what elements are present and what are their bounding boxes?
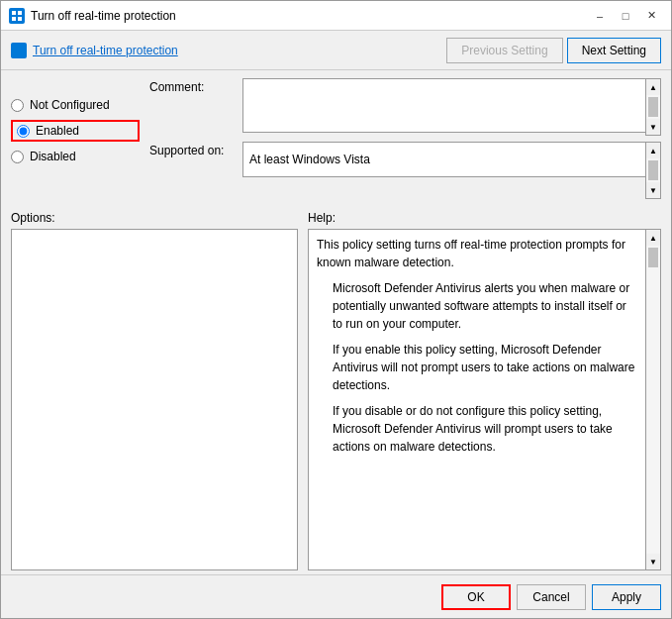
- svg-rect-3: [18, 17, 22, 21]
- help-box-wrapper: This policy setting turns off real-time …: [308, 229, 661, 570]
- supported-row: Supported on: At least Windows Vista ▲ ▼: [149, 142, 661, 199]
- supported-field-wrapper: At least Windows Vista ▲ ▼: [242, 142, 661, 199]
- supported-label: Supported on:: [149, 142, 239, 157]
- main-window: Turn off real-time protection – □ ✕ Turn…: [0, 0, 672, 619]
- radio-disabled-input[interactable]: [11, 151, 24, 163]
- help-p1: This policy setting turns off real-time …: [317, 236, 637, 271]
- svg-rect-1: [18, 11, 22, 15]
- svg-rect-2: [12, 17, 16, 21]
- radio-disabled-label: Disabled: [30, 150, 76, 163]
- supported-scroll-down[interactable]: ▼: [646, 182, 660, 198]
- title-bar-left: Turn off real-time protection: [9, 8, 176, 24]
- radio-enabled-container[interactable]: Enabled: [11, 120, 140, 142]
- content-area: Not Configured Enabled Disabled Comment:: [1, 70, 671, 574]
- supported-scroll-up[interactable]: ▲: [646, 143, 660, 158]
- supported-scroll-track: [646, 158, 660, 182]
- supported-scrollbar[interactable]: ▲ ▼: [645, 142, 661, 199]
- title-bar: Turn off real-time protection – □ ✕: [1, 1, 671, 31]
- comment-field-wrapper: ▲ ▼: [242, 78, 661, 136]
- top-section: Not Configured Enabled Disabled Comment:: [1, 70, 671, 207]
- header-bar: Turn off real-time protection Previous S…: [1, 31, 671, 70]
- supported-scroll-thumb: [648, 160, 658, 180]
- comment-scrollbar[interactable]: ▲ ▼: [645, 78, 661, 136]
- radio-enabled-label: Enabled: [36, 124, 79, 138]
- help-p2: Microsoft Defender Antivirus alerts you …: [333, 279, 637, 333]
- comment-textarea[interactable]: [242, 78, 645, 133]
- help-scroll-up[interactable]: ▲: [646, 230, 660, 246]
- minimize-button[interactable]: –: [588, 6, 612, 26]
- options-panel: Options:: [11, 211, 298, 570]
- help-text: This policy setting turns off real-time …: [317, 236, 637, 456]
- header-buttons: Previous Setting Next Setting: [446, 38, 661, 63]
- cancel-button[interactable]: Cancel: [517, 584, 586, 610]
- comment-label: Comment:: [149, 78, 239, 94]
- radio-not-configured-input[interactable]: [11, 99, 24, 112]
- comment-scroll-down[interactable]: ▼: [646, 119, 660, 135]
- radio-disabled[interactable]: Disabled: [11, 150, 140, 163]
- bottom-section: Options: Help: This policy setting turns…: [1, 207, 671, 574]
- maximize-button[interactable]: □: [614, 6, 637, 26]
- comment-scroll-track: [646, 95, 660, 119]
- options-box: [11, 229, 298, 570]
- help-p4: If you disable or do not configure this …: [333, 402, 637, 456]
- radio-not-configured[interactable]: Not Configured: [11, 98, 140, 112]
- window-controls: – □ ✕: [588, 6, 663, 26]
- right-section: Comment: ▲ ▼ Supported on:: [149, 78, 661, 199]
- help-box: This policy setting turns off real-time …: [308, 229, 645, 570]
- help-scroll-track: [646, 246, 660, 554]
- help-p3: If you enable this policy setting, Micro…: [333, 341, 637, 394]
- help-scroll-thumb: [648, 248, 658, 267]
- header-title-link[interactable]: Turn off real-time protection: [11, 43, 178, 58]
- radio-not-configured-label: Not Configured: [30, 98, 110, 112]
- supported-value: At least Windows Vista: [242, 142, 645, 177]
- svg-rect-0: [12, 11, 16, 15]
- next-setting-button[interactable]: Next Setting: [567, 38, 661, 63]
- window-icon: [9, 8, 25, 24]
- ok-button[interactable]: OK: [441, 584, 511, 610]
- header-title-text: Turn off real-time protection: [33, 44, 178, 57]
- options-label: Options:: [11, 211, 298, 225]
- apply-button[interactable]: Apply: [592, 584, 661, 610]
- help-label: Help:: [308, 211, 661, 225]
- comment-scroll-thumb: [648, 97, 658, 117]
- help-scroll-down[interactable]: ▼: [646, 554, 660, 569]
- radio-enabled-input[interactable]: [17, 125, 30, 138]
- close-button[interactable]: ✕: [639, 6, 663, 26]
- radio-group: Not Configured Enabled Disabled: [11, 78, 140, 199]
- comment-scroll-up[interactable]: ▲: [646, 79, 660, 95]
- window-title: Turn off real-time protection: [31, 9, 176, 23]
- header-icon: [11, 43, 27, 58]
- footer: OK Cancel Apply: [1, 574, 671, 618]
- comment-row: Comment: ▲ ▼: [149, 78, 661, 136]
- help-scrollbar[interactable]: ▲ ▼: [645, 229, 661, 570]
- help-panel: Help: This policy setting turns off real…: [308, 211, 661, 570]
- prev-setting-button[interactable]: Previous Setting: [446, 38, 562, 63]
